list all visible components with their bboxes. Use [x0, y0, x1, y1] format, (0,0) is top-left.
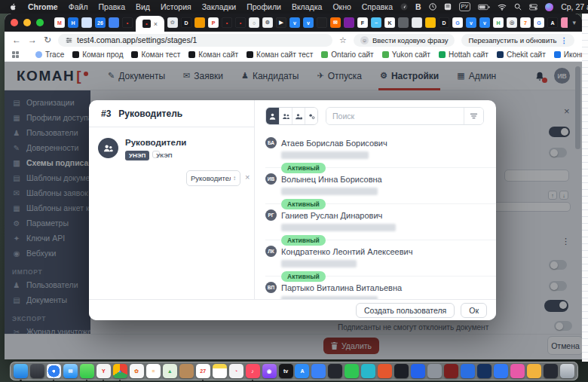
menubar-item[interactable]: Закладки: [202, 2, 236, 11]
back-button[interactable]: ←: [12, 35, 21, 44]
search-filter-icon[interactable]: [464, 108, 483, 124]
status-b-icon[interactable]: B: [415, 2, 421, 11]
location-icon[interactable]: [400, 3, 408, 11]
menubar-item[interactable]: Вкладка: [292, 2, 322, 11]
apple-logo-icon[interactable]: [9, 3, 17, 11]
role-select[interactable]: Руководитель ↕: [186, 170, 240, 186]
browser-tab[interactable]: v: [479, 17, 490, 28]
browser-tab[interactable]: D: [181, 17, 191, 28]
forward-button[interactable]: →: [28, 35, 37, 44]
browser-tab[interactable]: ▶: [276, 17, 286, 28]
dock-app-icon[interactable]: [411, 364, 425, 378]
browser-tab[interactable]: •: [222, 17, 232, 28]
browser-tab[interactable]: P: [208, 17, 219, 28]
filter-roles-button[interactable]: [292, 108, 305, 124]
browser-tab[interactable]: v: [303, 17, 314, 28]
dock-app-icon[interactable]: 27: [196, 364, 210, 378]
bookmark-item[interactable]: Hottah сайт: [439, 50, 488, 59]
dock-app-icon[interactable]: [361, 364, 375, 378]
bookmark-item[interactable]: Иконки для сайтов: [554, 50, 582, 59]
passphrase-button[interactable]: ☺ Ввести кодовую фразу: [354, 34, 455, 47]
maximize-window-button[interactable]: [36, 19, 44, 26]
browser-tab[interactable]: [412, 17, 422, 28]
apps-grid-icon[interactable]: [12, 51, 19, 58]
bookmark-item[interactable]: Коман сайт тест: [247, 50, 313, 59]
relaunch-update-button[interactable]: Перезапустить и обновить ⋮: [461, 34, 574, 47]
bookmark-item[interactable]: Ontario сайт: [321, 50, 373, 59]
dock-app-icon[interactable]: [394, 364, 409, 378]
dock-app-icon[interactable]: [527, 364, 541, 378]
bookmark-item[interactable]: Коман сайт: [188, 50, 238, 59]
dock-app-icon[interactable]: ✿: [130, 364, 144, 378]
browser-tab[interactable]: [194, 17, 205, 28]
filter-settings-button[interactable]: [305, 108, 317, 124]
menubar-clock[interactable]: Ср, 27 авг. 10:59: [561, 2, 588, 11]
browser-tab[interactable]: •: [122, 17, 133, 28]
dock-app-icon[interactable]: A: [295, 364, 309, 378]
filter-groups-button[interactable]: [279, 108, 292, 124]
dock-app-icon[interactable]: [14, 364, 28, 378]
browser-tab[interactable]: [344, 17, 354, 28]
bookmark-item[interactable]: Chekit сайт: [497, 50, 546, 59]
browser-tab[interactable]: K: [384, 17, 395, 28]
browser-tab[interactable]: H: [493, 17, 504, 28]
bookmark-star-icon[interactable]: ☆: [339, 35, 347, 45]
dock-app-icon[interactable]: [378, 364, 392, 378]
menubar-item-help[interactable]: Справка: [362, 2, 393, 11]
tab-search-caret-icon[interactable]: ▾: [572, 19, 576, 26]
browser-tab[interactable]: G: [534, 17, 544, 28]
create-user-button[interactable]: Создать пользователя: [356, 303, 455, 318]
browser-tab[interactable]: 26: [95, 17, 106, 28]
battery-icon[interactable]: [478, 4, 490, 11]
active-tab[interactable]: • ×: [136, 16, 164, 32]
address-bar[interactable]: test4.coman.app/settings/stages/1: [58, 34, 332, 47]
browser-tab[interactable]: ○: [249, 17, 259, 28]
bookmark-item[interactable]: Yukon сайт: [382, 50, 430, 59]
browser-tab[interactable]: M: [54, 17, 65, 28]
wifi-icon[interactable]: [498, 4, 507, 11]
remove-stage-group-icon[interactable]: ×: [245, 173, 250, 182]
dock-app-icon[interactable]: [345, 364, 359, 378]
input-language-indicator[interactable]: РУ: [459, 2, 471, 11]
dock-app-icon[interactable]: [47, 364, 61, 378]
dock-app-icon[interactable]: ≡: [146, 364, 161, 378]
browser-tab[interactable]: [398, 17, 409, 28]
dock-app-icon[interactable]: [544, 364, 558, 378]
dock-app-icon[interactable]: [477, 364, 492, 378]
dock-app-icon[interactable]: [30, 364, 44, 378]
dock-app-icon[interactable]: [560, 364, 574, 378]
menubar-item[interactable]: История: [161, 2, 191, 11]
bookmark-item[interactable]: Коман тест: [131, 50, 180, 59]
minimize-window-button[interactable]: [23, 19, 31, 26]
clock-app-icon[interactable]: [429, 3, 436, 11]
dock-app-icon[interactable]: [461, 364, 475, 378]
menubar-item[interactable]: Профили: [247, 2, 281, 11]
bookmark-item[interactable]: Коман прод: [72, 50, 123, 59]
dock-app-icon[interactable]: [494, 364, 508, 378]
browser-tab[interactable]: [425, 17, 436, 28]
browser-tab[interactable]: ⚙: [262, 17, 273, 28]
browser-tab[interactable]: ~: [371, 17, 381, 28]
browser-tab[interactable]: G: [452, 17, 463, 28]
browser-tab[interactable]: v: [289, 17, 300, 28]
browser-tab[interactable]: ✉: [330, 17, 341, 28]
search-input[interactable]: [326, 108, 464, 124]
dock-app-icon[interactable]: ◔: [229, 364, 243, 378]
dock-app-icon[interactable]: ♪: [246, 364, 260, 378]
dock-app-icon[interactable]: [80, 364, 94, 378]
menubar-item[interactable]: Правка: [99, 2, 125, 11]
browser-tab[interactable]: ✿: [167, 17, 178, 28]
user-list-item[interactable]: ИВ Волынец Инна Борисовна Активный: [265, 168, 496, 204]
dock-app-icon[interactable]: [213, 364, 227, 378]
browser-tab[interactable]: H: [68, 17, 78, 28]
control-center-icon[interactable]: [529, 4, 537, 11]
dock-app-icon[interactable]: [510, 364, 525, 378]
menubar-item[interactable]: Вид: [136, 2, 150, 11]
menubar-item[interactable]: Chrome: [28, 2, 58, 11]
user-list-item[interactable]: ЛК Кондратенко Леонтий Алексеевич Активн…: [265, 240, 496, 277]
user-list-item[interactable]: БА Атаев Борислав Борисович Активный: [265, 132, 496, 168]
close-window-button[interactable]: [11, 19, 18, 26]
site-settings-icon[interactable]: [66, 37, 72, 44]
browser-tab[interactable]: A: [547, 17, 558, 28]
browser-tab[interactable]: [561, 17, 568, 28]
